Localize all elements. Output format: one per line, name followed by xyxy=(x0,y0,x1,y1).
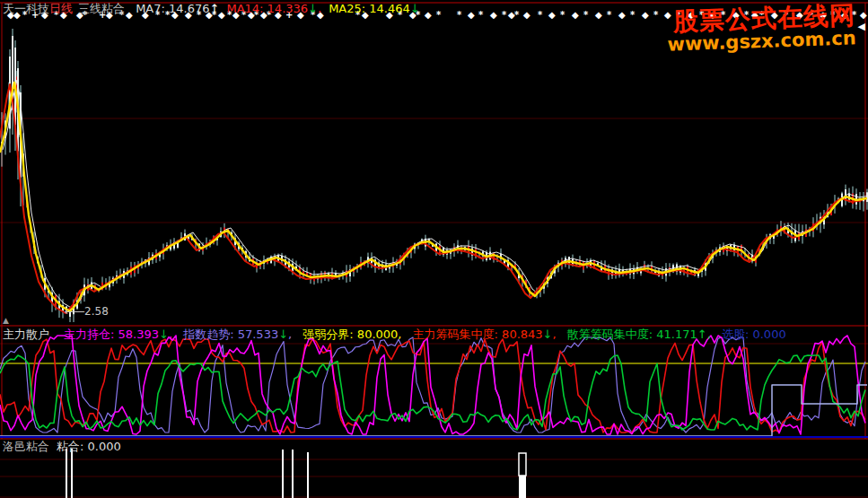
event-marker-icon: ◆ xyxy=(548,10,556,21)
event-marker-icon: ◆ xyxy=(642,10,649,21)
event-marker-icon: * xyxy=(478,10,483,21)
event-marker-icon: * xyxy=(653,10,658,21)
indicator-value-2: 强弱分界: 80.000, xyxy=(302,328,405,341)
stock-name: 天一科技 xyxy=(3,2,49,15)
bottom-panel-name: 洛邑粘合 xyxy=(3,440,49,453)
bottom-panel-header: 洛邑粘合粘合: 0.000 xyxy=(3,439,121,455)
chart-canvas[interactable] xyxy=(0,0,868,498)
app-window: 天一科技日线三线粘合 MA7: 14.676↑MA14: 14.336↓,MA2… xyxy=(0,0,868,498)
event-marker-icon: ◆ xyxy=(490,10,497,21)
ma-label-2: MA25: 14.464↓ xyxy=(329,2,420,15)
ma-label-0: MA7: 14.676↑ xyxy=(136,2,219,15)
event-marker-icon: ◆ xyxy=(572,10,579,21)
event-marker-icon: * xyxy=(457,10,461,21)
price-low-value: 2.58 xyxy=(84,305,109,318)
event-marker-icon: * xyxy=(607,10,611,21)
formula-name: 三线粘合 xyxy=(78,2,125,15)
indicator-value-5: 选股: 0.000 xyxy=(722,328,786,341)
indicator-value-1: 指数趋势: 57.533↓, xyxy=(183,328,295,341)
event-marker-icon: * xyxy=(538,10,542,21)
event-marker-icon: * xyxy=(436,10,441,21)
event-marker-icon: ◆ xyxy=(468,10,475,21)
indicator-name: 主力散户 xyxy=(3,328,49,341)
bottom-panel-value: 粘合: 0.000 xyxy=(57,440,121,453)
indicator-value-3: 主力筹码集中度: 80.843↓, xyxy=(413,328,560,341)
period-label: 日线 xyxy=(49,2,73,15)
event-marker-icon: * xyxy=(502,10,506,21)
event-marker-icon: * xyxy=(583,10,588,21)
left-arrow-icon: ←― xyxy=(65,305,84,318)
indicator-lines-layer xyxy=(0,336,868,437)
event-marker-icon: ◆ xyxy=(595,10,602,21)
chart-title: 天一科技日线三线粘合 MA7: 14.676↑MA14: 14.336↓,MA2… xyxy=(3,1,420,17)
event-marker-icon: * xyxy=(630,10,635,21)
event-marker-icon: * xyxy=(560,10,565,21)
candles-layer xyxy=(1,29,868,322)
price-low-label: ←―2.58 xyxy=(65,305,109,318)
indicator-header: 主力散户主力持仓: 58.393↓, 指数趋势: 57.533↓, 强弱分界: … xyxy=(3,327,786,343)
ma-labels: MA7: 14.676↑MA14: 14.336↓,MA25: 14.464↓ xyxy=(128,2,420,15)
indicator-value-4: 散筹筹码集中度: 41.171↑, xyxy=(567,328,715,341)
ma-lines-layer xyxy=(0,80,868,313)
left-arrow-marker-icon: ◀ xyxy=(858,21,865,32)
event-marker-icon: ◆ xyxy=(860,10,867,21)
event-marker-icon: * xyxy=(514,10,519,21)
event-marker-icon: ◆ xyxy=(523,10,530,21)
bottom-bars-layer xyxy=(66,449,526,498)
ma-label-1: MA14: 14.336↓, xyxy=(226,2,321,15)
watermark: 股票公式在线网 www.gszx.com.cn xyxy=(666,2,856,55)
indicator-values: 主力持仓: 58.393↓, 指数趋势: 57.533↓, 强弱分界: 80.0… xyxy=(57,328,786,341)
event-marker-icon: ◆ xyxy=(618,10,626,21)
event-marker-icon: ◆ xyxy=(425,10,432,21)
up-triangle-icon: ▲ xyxy=(3,316,9,325)
indicator-value-0: 主力持仓: 58.393↓, xyxy=(64,328,176,341)
